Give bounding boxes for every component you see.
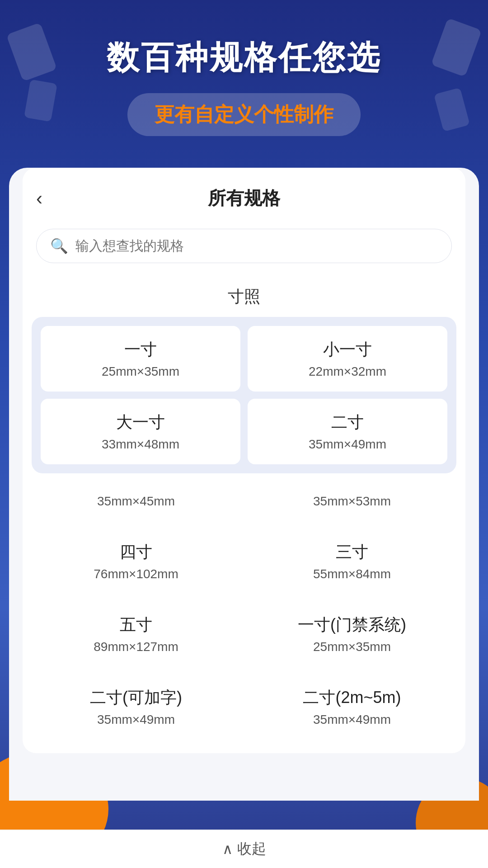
spec-item-regular-1[interactable]: 35mm×53mm xyxy=(248,478,456,521)
spec-item-highlight-3[interactable]: 二寸 35mm×49mm xyxy=(248,399,447,464)
search-section: 🔍 xyxy=(23,220,465,277)
spec-regular-size-6: 35mm×49mm xyxy=(41,712,231,727)
back-button[interactable]: ‹ xyxy=(36,189,42,208)
page-header: 数百种规格任您选 更有自定义个性制作 xyxy=(0,0,488,154)
header-title: 数百种规格任您选 xyxy=(18,36,470,80)
card-header: ‹ 所有规格 xyxy=(23,168,465,220)
spec-size-0: 25mm×35mm xyxy=(50,364,231,379)
collapse-button[interactable]: ∧ 收起 xyxy=(222,839,266,859)
spec-size-3: 35mm×49mm xyxy=(257,437,438,452)
spec-regular-size-4: 89mm×127mm xyxy=(41,640,231,654)
spec-regular-name-5: 一寸(门禁系统) xyxy=(257,614,447,636)
spec-regular-size-0: 35mm×45mm xyxy=(41,494,231,509)
highlight-grid: 一寸 25mm×35mm 小一寸 22mm×32mm 大一寸 33mm×48mm… xyxy=(32,317,456,473)
subtitle-wrap: 更有自定义个性制作 xyxy=(127,93,361,136)
spec-regular-size-7: 35mm×49mm xyxy=(257,712,447,727)
spec-item-regular-0[interactable]: 35mm×45mm xyxy=(32,478,240,521)
app-background: 数百种规格任您选 更有自定义个性制作 ‹ 所有规格 🔍 寸照 xyxy=(0,0,488,868)
search-bar[interactable]: 🔍 xyxy=(36,229,452,263)
spec-item-regular-4[interactable]: 五寸 89mm×127mm xyxy=(32,601,240,667)
spec-regular-size-5: 25mm×35mm xyxy=(257,640,447,654)
spec-item-regular-6[interactable]: 二寸(可加字) 35mm×49mm xyxy=(32,674,240,740)
spec-regular-size-2: 76mm×102mm xyxy=(41,567,231,581)
spec-size-1: 22mm×32mm xyxy=(257,364,438,379)
bottom-bar: ∧ 收起 xyxy=(0,830,488,868)
header-subtitle: 更有自定义个性制作 xyxy=(155,103,333,125)
spec-item-regular-7[interactable]: 二寸(2m~5m) 35mm×49mm xyxy=(248,674,456,740)
spec-regular-size-1: 35mm×53mm xyxy=(257,494,447,509)
spec-regular-name-2: 四寸 xyxy=(41,541,231,563)
spec-name-1: 小一寸 xyxy=(257,339,438,361)
search-icon: 🔍 xyxy=(50,237,68,255)
collapse-icon: ∧ xyxy=(222,840,233,858)
spec-name-2: 大一寸 xyxy=(50,411,231,434)
spec-item-regular-5[interactable]: 一寸(门禁系统) 25mm×35mm xyxy=(248,601,456,667)
spec-item-regular-3[interactable]: 三寸 55mm×84mm xyxy=(248,528,456,594)
spec-regular-name-3: 三寸 xyxy=(257,541,447,563)
spec-regular-size-3: 55mm×84mm xyxy=(257,567,447,581)
spec-regular-name-6: 二寸(可加字) xyxy=(41,687,231,709)
spec-regular-name-4: 五寸 xyxy=(41,614,231,636)
collapse-label: 收起 xyxy=(237,839,266,859)
search-input[interactable] xyxy=(75,238,438,254)
card-inner: ‹ 所有规格 🔍 寸照 一寸 25mm×35mm 小一寸 xyxy=(23,168,465,753)
spec-item-highlight-1[interactable]: 小一寸 22mm×32mm xyxy=(248,326,447,392)
spec-size-2: 33mm×48mm xyxy=(50,437,231,452)
regular-grid: 35mm×45mm 35mm×53mm 四寸 76mm×102mm 三寸 55m… xyxy=(32,478,456,740)
spec-item-highlight-2[interactable]: 大一寸 33mm×48mm xyxy=(41,399,240,464)
card-title: 所有规格 xyxy=(208,186,280,211)
spec-name-3: 二寸 xyxy=(257,411,438,434)
spec-item-regular-2[interactable]: 四寸 76mm×102mm xyxy=(32,528,240,594)
main-card: ‹ 所有规格 🔍 寸照 一寸 25mm×35mm 小一寸 xyxy=(9,168,479,801)
spec-name-0: 一寸 xyxy=(50,339,231,361)
category-label: 寸照 xyxy=(23,277,465,312)
spec-item-highlight-0[interactable]: 一寸 25mm×35mm xyxy=(41,326,240,392)
spec-regular-name-7: 二寸(2m~5m) xyxy=(257,687,447,709)
